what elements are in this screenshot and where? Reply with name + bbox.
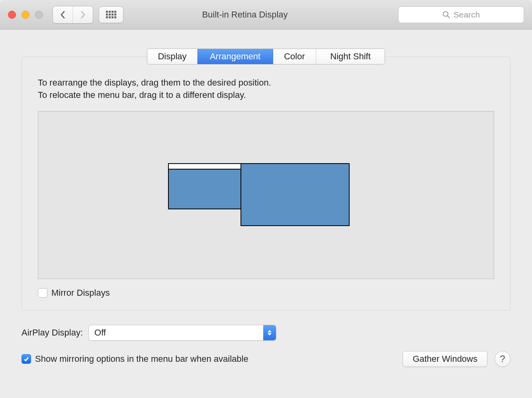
menu-bar-handle[interactable] bbox=[169, 164, 241, 170]
airplay-select[interactable]: Off bbox=[88, 325, 276, 341]
mirror-displays-row: Mirror Displays bbox=[38, 288, 494, 298]
instruction-line-1: To rearrange the displays, drag them to … bbox=[38, 77, 494, 89]
select-stepper-icon bbox=[263, 325, 276, 340]
svg-point-12 bbox=[443, 12, 448, 16]
mirror-displays-label: Mirror Displays bbox=[51, 288, 110, 298]
search-icon bbox=[442, 11, 450, 19]
search-input[interactable]: Search bbox=[398, 6, 524, 23]
airplay-label: AirPlay Display: bbox=[22, 328, 83, 338]
window-title: Built-in Retina Display bbox=[97, 10, 393, 20]
tab-color[interactable]: Color bbox=[273, 49, 316, 64]
display-primary[interactable] bbox=[168, 163, 241, 209]
arrangement-panel: To rearrange the displays, drag them to … bbox=[22, 57, 510, 310]
airplay-row: AirPlay Display: Off bbox=[22, 325, 510, 341]
instructions: To rearrange the displays, drag them to … bbox=[38, 77, 494, 101]
window-controls bbox=[8, 11, 43, 19]
back-button[interactable] bbox=[53, 6, 73, 23]
instruction-line-2: To relocate the menu bar, drag it to a d… bbox=[38, 89, 494, 101]
tab-display[interactable]: Display bbox=[147, 49, 198, 64]
preferences-window: Built-in Retina Display Search Display A… bbox=[0, 0, 532, 398]
airplay-value: Off bbox=[89, 328, 263, 338]
mirroring-options-label: Show mirroring options in the menu bar w… bbox=[35, 354, 248, 364]
minimize-button[interactable] bbox=[22, 11, 29, 19]
search-placeholder: Search bbox=[454, 10, 480, 20]
close-button[interactable] bbox=[8, 11, 16, 19]
tab-arrangement[interactable]: Arrangement bbox=[198, 49, 273, 64]
mirroring-options-checkbox[interactable] bbox=[22, 354, 31, 364]
forward-button bbox=[73, 6, 93, 23]
bottom-row: Show mirroring options in the menu bar w… bbox=[22, 351, 510, 367]
tab-bar: Display Arrangement Color Night Shift bbox=[147, 49, 385, 64]
gather-windows-button[interactable]: Gather Windows bbox=[403, 351, 487, 367]
titlebar: Built-in Retina Display Search bbox=[0, 0, 532, 29]
arrangement-area bbox=[38, 111, 494, 279]
mirror-displays-checkbox[interactable] bbox=[38, 288, 47, 298]
zoom-button bbox=[35, 11, 43, 19]
tab-night-shift[interactable]: Night Shift bbox=[316, 49, 385, 64]
content-area: Display Arrangement Color Night Shift To… bbox=[0, 29, 532, 398]
mirroring-options-row: Show mirroring options in the menu bar w… bbox=[22, 354, 403, 364]
display-secondary[interactable] bbox=[241, 163, 350, 226]
help-button[interactable]: ? bbox=[495, 351, 510, 367]
svg-line-13 bbox=[448, 16, 450, 18]
nav-segment bbox=[53, 6, 93, 23]
